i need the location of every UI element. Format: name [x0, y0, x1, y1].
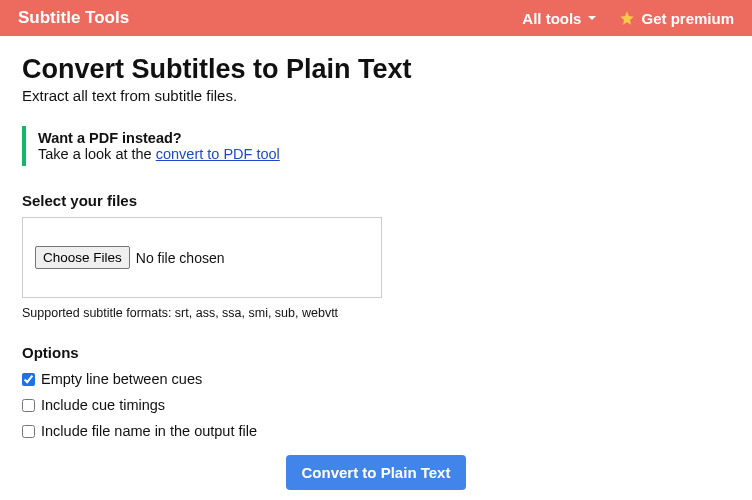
chevron-down-icon: [587, 13, 597, 23]
brand-logo[interactable]: Subtitle Tools: [18, 8, 129, 28]
options-label: Options: [22, 344, 730, 361]
callout-text: Take a look at the convert to PDF tool: [38, 146, 730, 162]
callout: Want a PDF instead? Take a look at the c…: [22, 126, 730, 166]
option-cue-timings-label: Include cue timings: [41, 397, 165, 413]
get-premium-link[interactable]: Get premium: [619, 10, 734, 27]
callout-prefix: Take a look at the: [38, 146, 156, 162]
option-filename-checkbox[interactable]: [22, 425, 35, 438]
file-status: No file chosen: [136, 250, 225, 266]
option-empty-line[interactable]: Empty line between cues: [22, 371, 730, 387]
star-icon: [619, 10, 635, 26]
page-title: Convert Subtitles to Plain Text: [22, 54, 730, 85]
option-cue-timings[interactable]: Include cue timings: [22, 397, 730, 413]
header: Subtitle Tools All tools Get premium: [0, 0, 752, 36]
callout-title: Want a PDF instead?: [38, 130, 730, 146]
supported-formats: Supported subtitle formats: srt, ass, ss…: [22, 306, 730, 320]
header-right: All tools Get premium: [522, 10, 734, 27]
convert-button[interactable]: Convert to Plain Text: [286, 455, 467, 490]
option-cue-timings-checkbox[interactable]: [22, 399, 35, 412]
content: Convert Subtitles to Plain Text Extract …: [0, 36, 752, 500]
option-filename-label: Include file name in the output file: [41, 423, 257, 439]
convert-to-pdf-link[interactable]: convert to PDF tool: [156, 146, 280, 162]
file-dropzone[interactable]: Choose Files No file chosen: [22, 217, 382, 298]
page-subtitle: Extract all text from subtitle files.: [22, 87, 730, 104]
files-label: Select your files: [22, 192, 730, 209]
choose-files-button[interactable]: Choose Files: [35, 246, 130, 269]
all-tools-label: All tools: [522, 10, 581, 27]
option-empty-line-checkbox[interactable]: [22, 373, 35, 386]
submit-row: Convert to Plain Text: [22, 455, 730, 490]
option-empty-line-label: Empty line between cues: [41, 371, 202, 387]
get-premium-label: Get premium: [641, 10, 734, 27]
option-filename[interactable]: Include file name in the output file: [22, 423, 730, 439]
all-tools-dropdown[interactable]: All tools: [522, 10, 597, 27]
